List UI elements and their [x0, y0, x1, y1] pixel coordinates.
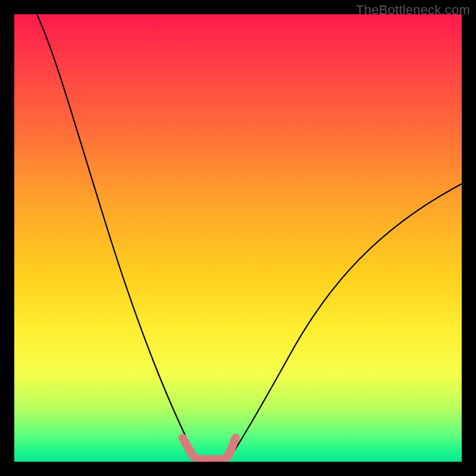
right-curve	[228, 184, 462, 459]
watermark-text: TheBottleneck.com	[356, 2, 470, 18]
chart-frame: TheBottleneck.com	[0, 0, 476, 476]
highlight-segment	[183, 438, 236, 459]
curve-layer	[14, 14, 462, 462]
left-curve	[37, 14, 196, 459]
plot-area	[14, 14, 462, 462]
